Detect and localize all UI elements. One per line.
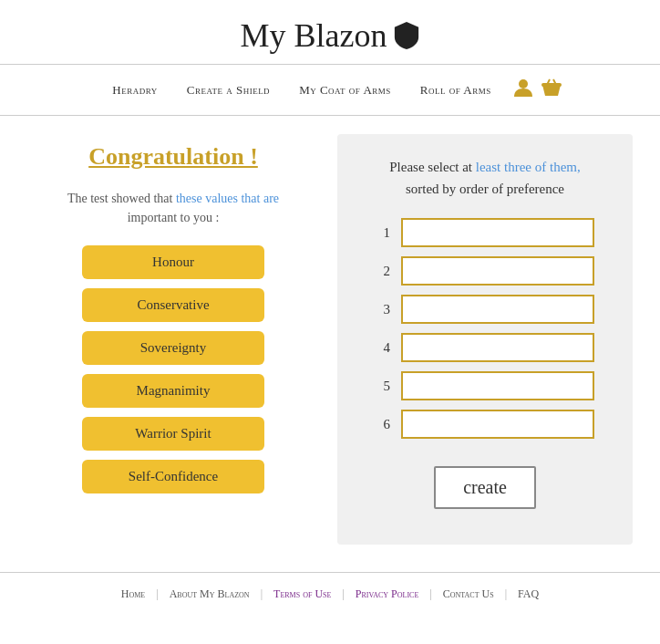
footer-privacy[interactable]: Privacy Police <box>345 587 430 601</box>
instruction-part2: sorted by order of preference <box>406 182 564 196</box>
test-result-text: The test showed that these values that a… <box>67 189 279 227</box>
left-panel: Congratulation ! The test showed that th… <box>27 134 319 545</box>
congratulation-title: Congratulation ! <box>88 143 258 171</box>
basket-icon[interactable] <box>541 78 562 102</box>
highlight-text: these values that are <box>176 192 279 205</box>
main-content: Congratulation ! The test showed that th… <box>0 116 660 572</box>
preference-input-4[interactable] <box>401 333 594 362</box>
preference-input-2[interactable] <box>401 256 594 286</box>
preference-row-5: 5 <box>376 371 594 400</box>
main-nav: Heradry Create a Shield My Coat of Arms … <box>0 65 660 116</box>
instruction-highlight: least three of them, <box>476 160 581 174</box>
value-tag-sovereignty[interactable]: Sovereignty <box>82 331 264 365</box>
instruction-part1: Please select at <box>389 160 472 174</box>
site-header: My Blazon <box>0 0 660 65</box>
svg-rect-1 <box>541 83 562 87</box>
create-button[interactable]: create <box>434 466 536 509</box>
preference-row-2: 2 <box>376 256 594 286</box>
preference-input-1[interactable] <box>401 218 594 247</box>
preference-row-6: 6 <box>376 410 594 439</box>
pref-num-3: 3 <box>376 302 390 317</box>
site-title: My Blazon <box>241 16 420 55</box>
preference-input-5[interactable] <box>401 371 594 400</box>
pref-num-2: 2 <box>376 264 390 279</box>
user-icon[interactable] <box>513 78 533 102</box>
footer-faq[interactable]: FAQ <box>507 587 550 601</box>
nav-roll-of-arms[interactable]: Roll of Arms <box>406 83 506 98</box>
preference-row-3: 3 <box>376 295 594 324</box>
preference-list: 1 2 3 4 5 6 <box>376 218 594 439</box>
result-text-line2: important to you : <box>128 211 220 224</box>
pref-num-5: 5 <box>376 379 390 394</box>
right-panel: Please select at least three of them, so… <box>337 134 633 545</box>
nav-heradry[interactable]: Heradry <box>98 83 171 98</box>
footer-terms[interactable]: Terms of Use <box>263 587 342 601</box>
value-tag-conservative[interactable]: Conservative <box>82 288 264 322</box>
preference-row-4: 4 <box>376 333 594 362</box>
pref-num-4: 4 <box>376 340 390 356</box>
pref-num-1: 1 <box>376 225 390 241</box>
right-panel-instruction: Please select at least three of them, so… <box>389 156 581 200</box>
svg-point-0 <box>519 79 528 88</box>
preference-input-3[interactable] <box>401 295 594 324</box>
site-title-text: My Blazon <box>241 16 387 55</box>
footer-contact[interactable]: Contact Us <box>432 587 505 601</box>
site-footer: Home | About My Blazon | Terms of Use | … <box>0 572 660 616</box>
preference-row-1: 1 <box>376 218 594 247</box>
nav-icons <box>513 78 562 102</box>
footer-about[interactable]: About My Blazon <box>159 587 261 601</box>
preference-input-6[interactable] <box>401 410 594 439</box>
nav-create-shield[interactable]: Create a Shield <box>172 83 284 98</box>
value-tag-warrior-spirit[interactable]: Warrior Spirit <box>82 417 264 451</box>
value-tag-honour[interactable]: Honour <box>82 245 264 279</box>
footer-home[interactable]: Home <box>110 587 156 601</box>
result-text-line1: The test showed that these values that a… <box>67 192 279 205</box>
nav-my-coat-of-arms[interactable]: My Coat of Arms <box>284 83 406 98</box>
value-tag-self-confidence[interactable]: Self-Confidence <box>82 460 264 493</box>
pref-num-6: 6 <box>376 417 390 432</box>
value-tags-list: Honour Conservative Sovereignty Magnanim… <box>82 245 264 493</box>
shield-logo-icon <box>394 22 419 49</box>
value-tag-magnanimity[interactable]: Magnanimity <box>82 374 264 408</box>
